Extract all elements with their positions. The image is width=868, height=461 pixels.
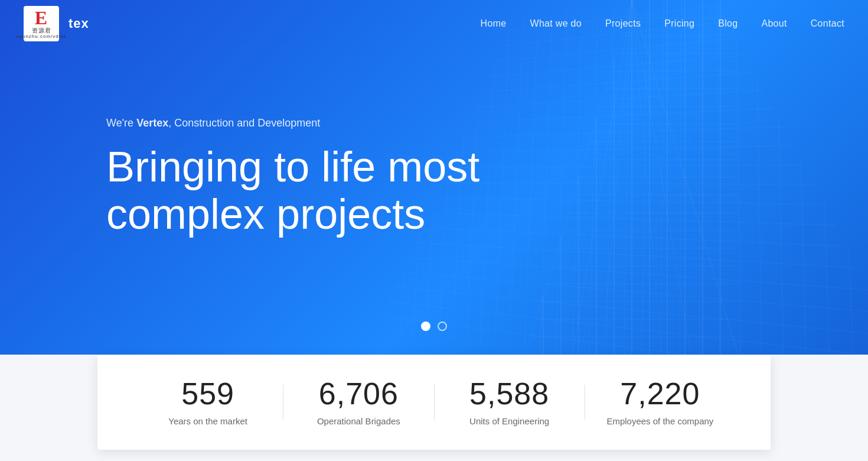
slide-indicators: [421, 322, 447, 331]
stat-engineering: 5,588 Units of Engineering: [435, 378, 585, 426]
hero-subtitle: We're Vertex, Construction and Developme…: [106, 117, 868, 129]
stat-years: 559 Years on the market: [133, 378, 283, 426]
main-nav: Home What we do Projects Pricing Blog Ab…: [481, 18, 844, 29]
nav-home[interactable]: Home: [481, 18, 507, 29]
stats-bar: 559 Years on the market 6,706 Operationa…: [97, 355, 771, 450]
stat-employees-number: 7,220: [585, 378, 735, 409]
nav-pricing[interactable]: Pricing: [664, 18, 694, 29]
logo-cn: 资源君: [32, 27, 51, 34]
stat-engineering-number: 5,588: [435, 378, 585, 409]
hero-section: We're Vertex, Construction and Developme…: [0, 0, 868, 355]
logo-url: eyunzhu.com/vdisk: [16, 34, 66, 39]
stat-brigades-label: Operational Brigades: [283, 416, 433, 426]
hero-title: Bringing to life most complex projects: [106, 144, 520, 237]
subtitle-pre: We're: [106, 117, 136, 129]
nav-about[interactable]: About: [761, 18, 787, 29]
nav-projects[interactable]: Projects: [605, 18, 641, 29]
building-illustration: [514, 0, 750, 355]
logo-icon: E 资源君 eyunzhu.com/vdisk: [24, 6, 59, 41]
nav-what-we-do[interactable]: What we do: [530, 18, 582, 29]
stat-brigades-number: 6,706: [283, 378, 433, 409]
stat-employees-label: Employees of the company: [585, 416, 735, 426]
slide-dot-1[interactable]: [421, 322, 430, 331]
stat-engineering-label: Units of Engineering: [435, 416, 585, 426]
stat-years-number: 559: [133, 378, 283, 409]
brand-name: tex: [68, 16, 89, 31]
stat-brigades: 6,706 Operational Brigades: [283, 378, 433, 426]
nav-contact[interactable]: Contact: [811, 18, 844, 29]
slide-dot-2[interactable]: [438, 322, 447, 331]
bottom-section: 559 Years on the market 6,706 Operationa…: [0, 355, 868, 461]
nav-blog[interactable]: Blog: [718, 18, 738, 29]
subtitle-post: , Construction and Development: [168, 117, 320, 129]
logo[interactable]: E 资源君 eyunzhu.com/vdisk tex: [24, 6, 89, 41]
stat-employees: 7,220 Employees of the company: [585, 378, 735, 426]
subtitle-brand: Vertex: [136, 117, 168, 129]
navbar: E 资源君 eyunzhu.com/vdisk tex Home What we…: [0, 0, 868, 47]
logo-letter: E: [35, 8, 48, 27]
stat-years-label: Years on the market: [133, 416, 283, 426]
